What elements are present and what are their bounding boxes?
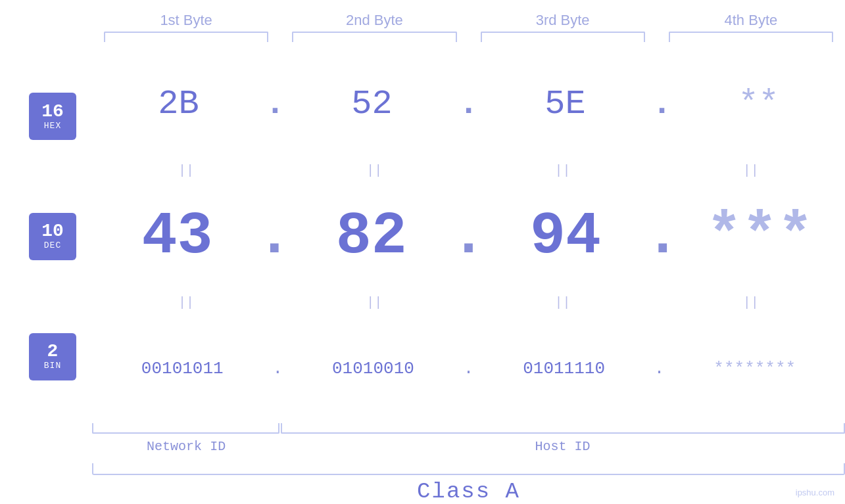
bin-dot1: .	[273, 359, 283, 378]
dec-num: 10	[41, 222, 64, 241]
eq1-b1: ||	[92, 163, 280, 178]
hex-badge: 16 HEX	[29, 93, 76, 140]
bin-b3-cell: 01011110	[473, 359, 654, 378]
dec-dot1: .	[262, 203, 286, 270]
hex-b2-value: 52	[351, 85, 392, 124]
bracket-byte4	[669, 32, 833, 42]
main-container: 1st Byte 2nd Byte 3rd Byte 4th Byte 16 H…	[0, 0, 845, 504]
dec-b4-value: ***	[706, 203, 813, 270]
hex-b1-value: 2B	[158, 85, 199, 124]
hex-b3-cell: 5E	[479, 85, 652, 124]
hex-b4-cell: **	[672, 85, 845, 124]
hex-dot1: .	[265, 85, 285, 124]
eq2-b2: ||	[280, 295, 468, 310]
equals-cells-2: || || || ||	[92, 295, 845, 310]
bin-badge: 2 BIN	[29, 333, 76, 380]
host-id-bracket	[281, 423, 845, 434]
network-id-bracket	[92, 423, 279, 434]
dec-b1-cell: 43	[92, 203, 262, 270]
hex-b2-cell: 52	[285, 85, 458, 124]
dec-b2-value: 82	[336, 203, 407, 270]
eq1-b4: ||	[657, 163, 845, 178]
bracket-byte1	[104, 32, 268, 42]
dec-badge: 10 DEC	[29, 213, 76, 260]
hex-dot3: .	[652, 85, 672, 124]
bin-b4-cell: ********	[664, 359, 845, 378]
dec-b3-cell: 94	[481, 203, 651, 270]
host-id-label: Host ID	[280, 439, 845, 454]
class-label: Class A	[417, 479, 520, 504]
dec-b3-value: 94	[530, 203, 601, 270]
bracket-byte3	[481, 32, 645, 42]
eq2-b4: ||	[657, 295, 845, 310]
values-area: 2B . 52 . 5E . **	[92, 50, 845, 423]
bin-b1-cell: 00101011	[92, 359, 273, 378]
equals-row-2: || || || ||	[92, 291, 845, 315]
main-grid: 16 HEX 10 DEC 2 BIN 2B .	[0, 50, 845, 423]
base-badges: 16 HEX 10 DEC 2 BIN	[13, 50, 92, 423]
top-bracket-row	[0, 32, 845, 50]
bottom-labels: Network ID Host ID	[92, 439, 845, 454]
class-label-row: Class A	[92, 479, 845, 504]
hex-num: 16	[41, 103, 64, 121]
bin-label: BIN	[44, 361, 61, 371]
byte-headers: 1st Byte 2nd Byte 3rd Byte 4th Byte	[0, 12, 845, 29]
dec-label: DEC	[44, 241, 61, 250]
eq2-b1: ||	[92, 295, 280, 310]
eq1-b3: ||	[469, 163, 657, 178]
dec-b2-cell: 82	[286, 203, 456, 270]
dec-b4-cell: ***	[675, 203, 845, 270]
dec-dot3: .	[651, 203, 675, 270]
eq1-b2: ||	[280, 163, 468, 178]
bin-row: 00101011 . 01010010 . 01011110 .	[92, 315, 845, 423]
class-outer-bracket	[92, 463, 845, 475]
bin-b2-cell: 01010010	[283, 359, 464, 378]
hex-b1-cell: 2B	[92, 85, 265, 124]
byte4-header: 4th Byte	[657, 12, 845, 29]
dec-b1-value: 43	[142, 203, 213, 270]
bottom-brackets	[92, 423, 845, 436]
hex-b3-value: 5E	[544, 85, 585, 124]
byte1-header: 1st Byte	[92, 12, 280, 29]
bracket-byte2	[292, 32, 456, 42]
eq2-b3: ||	[469, 295, 657, 310]
bottom-section: Network ID Host ID	[0, 423, 845, 454]
watermark: ipshu.com	[796, 488, 834, 497]
network-id-label: Network ID	[92, 439, 280, 454]
dec-dot2: .	[457, 203, 481, 270]
byte3-header: 3rd Byte	[469, 12, 657, 29]
bin-dot2: .	[464, 359, 474, 378]
bin-b1-value: 00101011	[141, 359, 224, 378]
hex-row: 2B . 52 . 5E . **	[92, 50, 845, 158]
hex-b4-value: **	[738, 85, 779, 124]
equals-row-1: || || || ||	[92, 158, 845, 182]
byte2-header: 2nd Byte	[280, 12, 468, 29]
class-footer: Class A	[0, 463, 845, 504]
bin-b3-value: 01011110	[523, 359, 605, 378]
dec-row: 43 . 82 . 94 . ***	[92, 182, 845, 290]
bin-num: 2	[47, 342, 59, 361]
hex-dot2: .	[458, 85, 479, 124]
bin-b4-value: ********	[713, 359, 796, 378]
bin-dot3: .	[654, 359, 665, 378]
hex-label: HEX	[44, 121, 61, 131]
bin-b2-value: 01010010	[332, 359, 414, 378]
equals-cells-1: || || || ||	[92, 163, 845, 178]
